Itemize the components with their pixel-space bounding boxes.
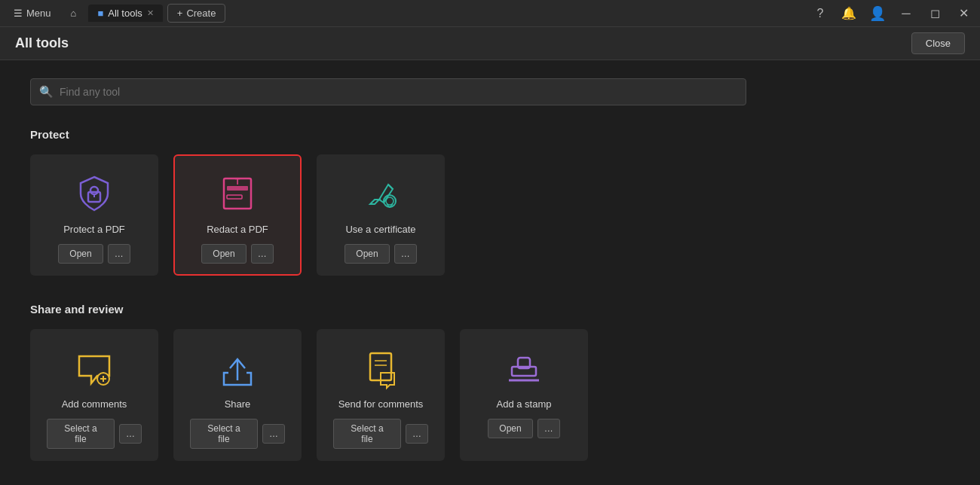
protect-pdf-more-button[interactable]: … [108,244,130,264]
minimize-icon: ─ [902,7,910,20]
send-for-comments-more-button[interactable]: … [406,424,428,444]
search-input[interactable] [30,78,746,105]
redact-pdf-name: Redact a PDF [207,224,268,235]
close-icon: ✕ [959,6,969,20]
certificate-open-button[interactable]: Open [345,244,389,264]
share-name: Share [225,398,251,410]
maximize-icon: ◻ [930,6,940,20]
add-stamp-open-button[interactable]: Open [488,419,532,438]
home-button[interactable]: ⌂ [63,5,84,22]
search-container: 🔍 [30,78,950,105]
help-button[interactable]: ? [810,3,831,24]
protect-tool-grid: Protect a PDF Open … [30,154,950,276]
title-bar: ☰ Menu ⌂ ■ All tools ✕ + Create ? 🔔 👤 ─ [0,0,980,27]
share-upload-icon [216,347,259,389]
tool-card-send-for-comments: Send for comments Select a file … [317,329,445,461]
share-more-button[interactable]: … [262,424,285,444]
tool-card-protect-pdf: Protect a PDF Open … [30,154,158,276]
tool-card-share: Share Select a file … [173,329,302,461]
svg-rect-4 [227,186,248,191]
share-actions: Select a file … [190,419,285,449]
shield-lock-icon [73,172,115,215]
certificate-name: Use a certificate [345,224,415,235]
user-icon: 👤 [869,5,886,22]
svg-text:T: T [235,177,240,186]
close-button[interactable]: Close [911,32,965,54]
tab-close-icon[interactable]: ✕ [147,8,154,18]
send-comments-icon [360,347,402,389]
tool-card-redact-pdf: T Redact a PDF Open … [173,154,302,276]
certificate-more-button[interactable]: … [394,244,417,264]
stamp-icon [503,347,545,389]
share-review-section-title: Share and review [30,303,950,316]
send-for-comments-actions: Select a file … [333,419,428,449]
add-comments-actions: Select a file … [47,419,142,449]
add-comments-name: Add comments [62,398,127,410]
home-icon: ⌂ [71,8,77,19]
send-for-comments-name: Send for comments [338,398,424,410]
protect-pdf-name: Protect a PDF [63,224,125,235]
tool-card-add-stamp: Add a stamp Open … [460,329,588,461]
add-comments-select-button[interactable]: Select a file [47,419,115,449]
title-bar-right: ? 🔔 👤 ─ ◻ ✕ [810,3,974,24]
protect-section: Protect Protect a PDF Open … [30,128,950,276]
redact-pdf-open-button[interactable]: Open [201,244,246,264]
maximize-button[interactable]: ◻ [924,3,945,24]
header-bar: All tools Close [0,27,980,60]
add-stamp-name: Add a stamp [497,398,552,410]
profile-button[interactable]: 👤 [867,3,888,24]
main-content: 🔍 Protect Protect a PDF Open [0,60,980,485]
add-stamp-actions: Open … [488,419,559,438]
protect-section-title: Protect [30,128,950,141]
add-comments-more-button[interactable]: … [119,424,142,444]
comment-plus-icon [73,347,115,389]
redact-pdf-actions: Open … [201,244,273,264]
bell-icon: 🔔 [841,6,856,20]
svg-line-7 [388,185,393,189]
redact-icon: T [216,172,259,215]
notifications-button[interactable]: 🔔 [838,3,859,24]
title-bar-left: ☰ Menu ⌂ ■ All tools ✕ + Create [6,4,810,23]
add-stamp-more-button[interactable]: … [537,419,560,438]
svg-point-1 [90,187,98,194]
window-close-button[interactable]: ✕ [953,3,974,24]
create-label: Create [186,8,216,19]
tab-icon: ■ [97,8,103,19]
minimize-button[interactable]: ─ [896,3,917,24]
create-button[interactable]: + Create [167,4,226,23]
redact-pdf-more-button[interactable]: … [251,244,274,264]
hamburger-icon: ☰ [14,8,23,19]
certificate-pen-icon [360,172,402,215]
search-icon: 🔍 [39,85,54,99]
tab-label: All tools [108,8,142,19]
svg-rect-5 [227,195,242,199]
tool-card-add-comments: Add comments Select a file … [30,329,158,461]
tool-card-use-certificate: Use a certificate Open … [317,154,445,276]
send-for-comments-select-button[interactable]: Select a file [333,419,401,449]
protect-pdf-actions: Open … [58,244,130,264]
all-tools-tab[interactable]: ■ All tools ✕ [88,5,162,22]
menu-label: Menu [26,8,51,19]
menu-button[interactable]: ☰ Menu [6,5,59,22]
protect-pdf-open-button[interactable]: Open [58,244,103,264]
share-review-section: Share and review Add comments Selec [30,303,950,461]
help-icon: ? [817,7,824,20]
share-select-button[interactable]: Select a file [190,419,258,449]
page-title: All tools [15,35,69,51]
plus-icon: + [177,8,183,19]
share-review-tool-grid: Add comments Select a file … [30,329,950,461]
certificate-actions: Open … [345,244,416,264]
